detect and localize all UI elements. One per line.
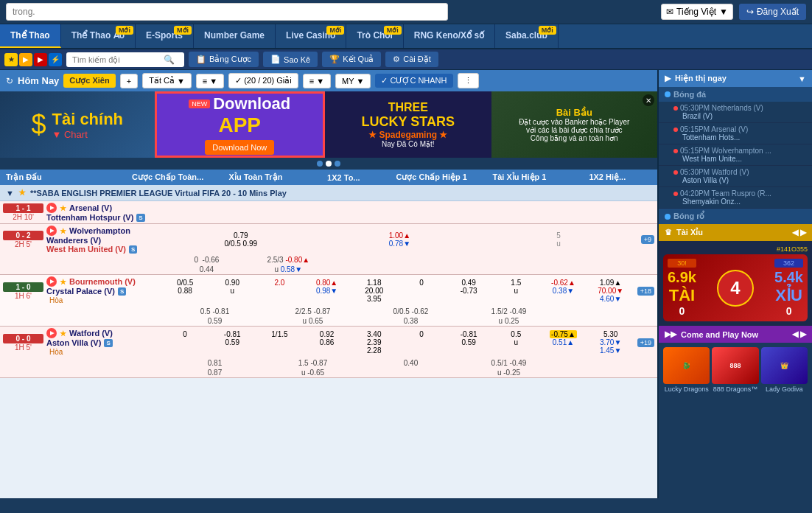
star-red[interactable]: ▶ (34, 53, 47, 66)
col-1x2hi-header[interactable]: 1X2 Hiệ... (564, 172, 651, 182)
search-input[interactable] (6, 3, 448, 21)
download-now-btn[interactable]: Download Now (205, 140, 274, 155)
fav-icon-4[interactable]: ★ (60, 329, 66, 338)
tab-thethaoao[interactable]: Mới Thể Thao Ảo (61, 24, 136, 48)
banner-taichinh-text: Tài chính ▼ Chart (52, 110, 123, 140)
main-content: ↻ Hôm Nay Cược Xiên + Tất Cả ▼ ≡ ▼ ✓ (20… (0, 70, 812, 498)
banner-app-download[interactable]: NEW Download APP Download Now (155, 91, 326, 158)
star-gold[interactable]: ★ (4, 53, 18, 66)
league-name: **SABA ENGLISH PREMIER LEAGUE Virtual FI… (30, 189, 287, 198)
taixiu-game[interactable]: 30! 6.9k TÀI 0 4 362 5.4k XỈU 0 (663, 254, 808, 321)
hoa-4: Hòa (46, 347, 158, 357)
hienthi-header[interactable]: ▶ Hiện thị ngay ▼ (659, 70, 812, 87)
caidat-btn[interactable]: ⚙ Cài Đặt (385, 52, 438, 67)
comeplay-header[interactable]: ▶▶ Come and Play Now ◀ ▶ (659, 326, 812, 343)
betslip-btn[interactable]: 📋 Bảng Cược (189, 52, 259, 67)
banner-dots (0, 158, 657, 170)
team2-2: West Ham United (V) S (46, 245, 158, 254)
filter-icon-btn[interactable]: ≡ ▼ (196, 74, 224, 88)
handicap-row-4: 0.81 1.5 -0.87 0.40 0.5/1 -0.49 (0, 358, 657, 368)
star-fav[interactable]: ★ (18, 188, 26, 198)
dollar-icon: $ (31, 109, 46, 140)
live-dot-2 (673, 128, 678, 132)
tab-numbergame[interactable]: Number Game (194, 24, 276, 48)
fav-icon-3[interactable]: ★ (60, 278, 66, 286)
plus-badge-4[interactable]: +19 (637, 338, 654, 347)
star-blue[interactable]: ⚡ (49, 53, 62, 66)
handicap-row-3b: 0.59 u 0.65 0.38 u 0.25 (0, 316, 657, 326)
team-col-3: ▶ ★ Bournemouth (V) Crystal Palace (V) S… (43, 276, 161, 305)
language-selector[interactable]: ✉ Tiếng Việt ▼ (661, 4, 733, 20)
tatca-btn[interactable]: Tất Cả ▼ (142, 73, 192, 88)
team1b-2: Wanderers (V) (46, 236, 158, 245)
taixiu-header[interactable]: ♛ Tài Xỉu ◀ ▶ (659, 224, 812, 241)
time-4: 1H 5' (3, 343, 43, 352)
saoke-btn[interactable]: 📄 Sao Kê (263, 52, 318, 67)
tai-label: TÀI (668, 286, 696, 305)
fav-icon-2[interactable]: ★ (60, 227, 66, 235)
ketqua-btn[interactable]: 🏆 Kết Quả (322, 52, 381, 67)
col-chap-header[interactable]: Cược Chấp Toàn... (124, 172, 211, 182)
cuocnhanh-btn[interactable]: ✓ CƯỢC NHANH (375, 74, 452, 88)
bongda-header[interactable]: Bóng đá (659, 87, 812, 102)
taixiu-xiu-side: 362 5.4k XỈU 0 (774, 259, 803, 317)
col-xiu-header[interactable]: Xỉu Toàn Trận (211, 172, 299, 182)
logout-button[interactable]: ↪ Đăng Xuất (739, 4, 806, 20)
xiu-val: 5.4k (774, 269, 803, 286)
odds-grid-4[interactable]: 0 -0.810.59 1/1.5 0.920.86 3.402.392.28 … (161, 329, 634, 355)
banner3-lucky: LUCKY STARS (362, 114, 455, 130)
add-btn[interactable]: + (120, 74, 138, 88)
dot-1[interactable] (317, 161, 323, 167)
more-btn[interactable]: ⋮ (458, 73, 479, 88)
bongro-header[interactable]: Bóng rổ (659, 209, 812, 224)
col-taixiu2-header[interactable]: Tài Xỉu Hiệp 1 (475, 172, 563, 182)
game-card-2[interactable]: 888 888 Dragons™ (712, 347, 758, 393)
tab-thethao[interactable]: Thể Thao (0, 24, 61, 48)
col-chap2-header[interactable]: Cược Chấp Hiệp 1 (388, 172, 475, 182)
play-icon-3[interactable]: ▶ (46, 276, 57, 287)
filter-giai-btn[interactable]: ✓ (20 / 20) Giải (228, 73, 298, 88)
search-icon: 🔍 (164, 55, 175, 65)
cuocxien-btn[interactable]: Cược Xiên (63, 74, 115, 88)
match-row-3a: 1 - 0 1H 6' ▶ ★ Bournemouth (V) Crystal … (0, 275, 657, 307)
tai-val: 6.9k (668, 269, 696, 286)
dot-2[interactable] (326, 161, 332, 167)
match-row-1a: 1 - 1 2H 10' ▶ ★ Arsenal (V) Tottenham H… (0, 201, 657, 223)
plus-badge-3[interactable]: +18 (637, 287, 654, 296)
game-cards: 🐉 Lucky Dragons 888 888 Dragons™ 👑 Lady … (659, 343, 812, 397)
tab-trochoi[interactable]: Mới Trò Chơi (346, 24, 403, 48)
options-btn[interactable]: ≡ ▼ (303, 74, 331, 88)
fav-icon-1[interactable]: ★ (60, 204, 66, 212)
tab-esports[interactable]: Mới E-Sports (136, 24, 194, 48)
tab-livecasino[interactable]: Mới Live Casino (276, 24, 346, 48)
tab-rng[interactable]: RNG Keno/Xổ số (404, 24, 495, 48)
play-icon-2[interactable]: ▶ (46, 226, 57, 236)
tab-saba[interactable]: Mới Saba.club (495, 24, 559, 48)
game-card-3[interactable]: 👑 Lady Godiva (761, 347, 808, 393)
dot-3[interactable] (335, 161, 340, 167)
team-search-input[interactable] (72, 55, 161, 64)
play-icon-1[interactable]: ▶ (46, 203, 57, 213)
tai-sub: 30! (668, 259, 696, 268)
col-match-header: Trận Đấu (6, 172, 124, 182)
score-col-3: 1 - 0 1H 6' (3, 282, 43, 300)
play-icon-4[interactable]: ▶ (46, 328, 57, 338)
s-badge-4: S (104, 339, 112, 347)
expand-icon[interactable]: ▼ (6, 189, 14, 198)
bongda-dot (665, 91, 671, 97)
plus-badge-2[interactable]: +9 (641, 235, 654, 244)
right-match-4: 05:30PM Watford (V) Aston Villa (V) (659, 166, 812, 187)
banner-baibau[interactable]: Bài Bầu Đặt cược vào Banker hoặc Player … (491, 91, 658, 158)
game-card-1[interactable]: 🐉 Lucky Dragons (663, 347, 710, 393)
banner-luckystars[interactable]: THREE LUCKY STARS ★ Spadegaming ★ Nay Đã… (325, 91, 491, 158)
refresh-icon[interactable]: ↻ (6, 76, 13, 86)
team1-3: ▶ ★ Bournemouth (V) (46, 276, 158, 287)
banner-taichinh[interactable]: $ Tài chính ▼ Chart (0, 91, 155, 158)
star-yellow[interactable]: ▶ (19, 53, 32, 66)
banner-close-btn[interactable]: ✕ (643, 94, 654, 106)
live-dot-3 (673, 149, 678, 153)
col-1x2-header[interactable]: 1X2 To... (300, 173, 388, 182)
taixiu-arrow: ◀ ▶ (792, 228, 806, 237)
odds-grid-3[interactable]: 0/0.50.88 0.90u 2.0 0.80▲0.98▼ 1.1820.00… (161, 278, 634, 304)
my-btn[interactable]: MY ▼ (335, 74, 371, 88)
